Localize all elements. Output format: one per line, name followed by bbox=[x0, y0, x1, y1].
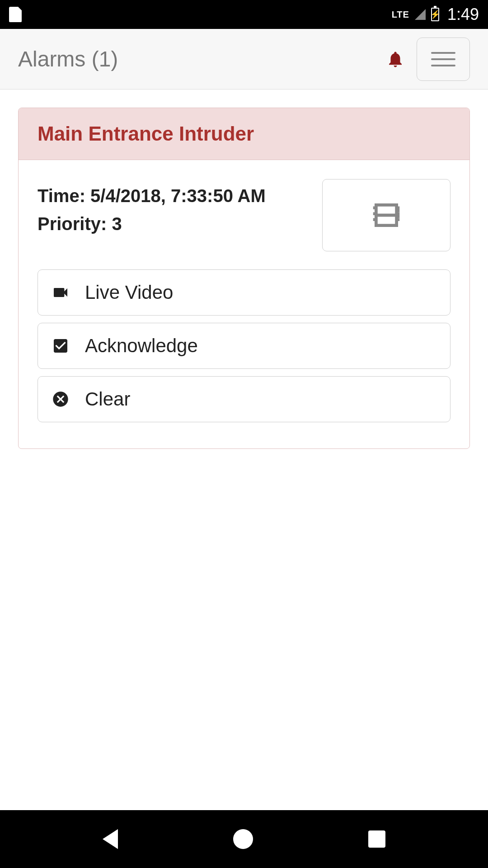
svg-rect-5 bbox=[397, 212, 400, 216]
status-left bbox=[9, 7, 392, 22]
android-nav-bar bbox=[0, 810, 488, 868]
acknowledge-button[interactable]: Acknowledge bbox=[38, 323, 450, 369]
status-bar: LTE ⚡ 1:49 bbox=[0, 0, 488, 29]
menu-line-icon bbox=[431, 52, 455, 54]
home-button[interactable] bbox=[233, 829, 253, 849]
status-clock: 1:49 bbox=[447, 5, 479, 24]
svg-rect-4 bbox=[397, 207, 400, 210]
close-circle-icon bbox=[52, 390, 70, 408]
sd-card-icon bbox=[9, 7, 22, 22]
recents-button[interactable] bbox=[368, 830, 385, 848]
clear-button[interactable]: Clear bbox=[38, 376, 450, 422]
alarm-card: Main Entrance Intruder Time: 5/4/2018, 7… bbox=[18, 108, 470, 449]
recorded-video-button[interactable] bbox=[322, 179, 450, 251]
signal-icon bbox=[415, 9, 426, 20]
acknowledge-label: Acknowledge bbox=[85, 335, 198, 357]
app-header: Alarms (1) bbox=[0, 29, 488, 90]
check-square-icon bbox=[52, 337, 70, 355]
card-body: Time: 5/4/2018, 7:33:50 AM Priority: 3 bbox=[19, 160, 469, 448]
alarm-title: Main Entrance Intruder bbox=[38, 123, 450, 145]
svg-rect-6 bbox=[397, 218, 400, 222]
priority-label: Priority: bbox=[38, 214, 107, 234]
alarm-priority: Priority: 3 bbox=[38, 212, 304, 236]
back-button[interactable] bbox=[103, 829, 118, 849]
bell-icon[interactable] bbox=[386, 50, 405, 69]
card-header: Main Entrance Intruder bbox=[19, 108, 469, 160]
hamburger-menu-button[interactable] bbox=[417, 38, 470, 81]
alarm-info-row: Time: 5/4/2018, 7:33:50 AM Priority: 3 bbox=[38, 179, 450, 251]
svg-rect-1 bbox=[373, 207, 376, 210]
alarm-time: Time: 5/4/2018, 7:33:50 AM bbox=[38, 184, 304, 208]
priority-value: 3 bbox=[112, 214, 122, 234]
page-title: Alarms (1) bbox=[18, 47, 386, 71]
video-camera-icon bbox=[52, 283, 70, 302]
film-icon bbox=[369, 198, 404, 233]
live-video-button[interactable]: Live Video bbox=[38, 269, 450, 316]
menu-line-icon bbox=[431, 58, 455, 60]
live-video-label: Live Video bbox=[85, 282, 173, 303]
time-label: Time: bbox=[38, 186, 85, 206]
battery-icon: ⚡ bbox=[431, 8, 439, 21]
clear-label: Clear bbox=[85, 388, 130, 410]
bolt-icon: ⚡ bbox=[430, 10, 440, 19]
svg-rect-2 bbox=[373, 212, 376, 216]
svg-rect-3 bbox=[373, 218, 376, 222]
status-right: LTE ⚡ 1:49 bbox=[392, 5, 479, 24]
content-area: Main Entrance Intruder Time: 5/4/2018, 7… bbox=[0, 90, 488, 810]
alarm-info-text: Time: 5/4/2018, 7:33:50 AM Priority: 3 bbox=[38, 179, 304, 251]
menu-line-icon bbox=[431, 65, 455, 66]
lte-label: LTE bbox=[392, 9, 409, 20]
time-value: 5/4/2018, 7:33:50 AM bbox=[90, 186, 266, 206]
